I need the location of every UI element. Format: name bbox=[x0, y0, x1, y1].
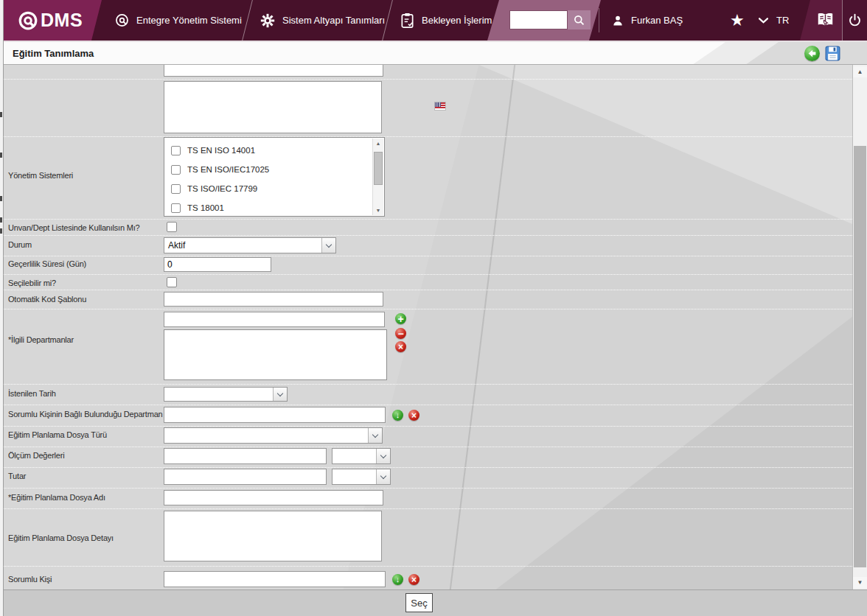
sorumlu-departman-input[interactable] bbox=[164, 407, 386, 423]
pick-icon[interactable]: ↓ bbox=[392, 410, 403, 421]
row-separator bbox=[4, 508, 852, 509]
scroll-down-icon[interactable]: ▼ bbox=[373, 206, 383, 215]
row-separator bbox=[4, 309, 852, 309]
secilebilir-checkbox[interactable] bbox=[167, 277, 177, 287]
checkbox[interactable] bbox=[171, 203, 181, 213]
back-arrow-icon bbox=[807, 49, 817, 58]
clipped-text-fragment bbox=[0, 228, 2, 234]
vertical-scrollbar[interactable]: ▲ ▼ bbox=[852, 65, 867, 589]
clear-icon[interactable]: × bbox=[408, 410, 419, 421]
code-input[interactable] bbox=[164, 65, 383, 77]
menu-item-label: Bekleyen İşlerim bbox=[422, 15, 492, 26]
pick-icon[interactable]: ↓ bbox=[392, 574, 403, 585]
listbox-option[interactable]: TS EN ISO/IEC17025 bbox=[187, 165, 269, 174]
remove-icon[interactable]: − bbox=[395, 328, 406, 339]
description-textarea[interactable] bbox=[164, 81, 382, 133]
save-button[interactable] bbox=[825, 46, 840, 61]
chevron-down-icon bbox=[759, 18, 768, 24]
user-name: Furkan BAŞ bbox=[631, 15, 683, 26]
logout-button[interactable] bbox=[842, 0, 867, 41]
row-separator bbox=[4, 384, 852, 385]
select-button[interactable]: Seç bbox=[405, 593, 433, 612]
dropdown-arrow-icon[interactable] bbox=[321, 238, 335, 253]
dosya-detayi-textarea[interactable] bbox=[164, 511, 382, 561]
language-selector[interactable]: TR bbox=[759, 0, 789, 41]
listbox-option[interactable]: TS EN ISO 14001 bbox=[187, 146, 255, 155]
row-separator bbox=[4, 405, 852, 405]
checkbox[interactable] bbox=[171, 184, 181, 194]
otomatik-kod-input[interactable] bbox=[164, 292, 383, 307]
checkbox[interactable] bbox=[171, 146, 181, 155]
qdms-circle-icon bbox=[114, 13, 130, 28]
menu-item-label: Entegre Yönetim Sistemi bbox=[136, 15, 242, 26]
management-systems-listbox[interactable]: TS EN ISO 14001 TS EN ISO/IEC17025 TS IS… bbox=[164, 137, 385, 217]
row-separator bbox=[4, 290, 852, 290]
istenilen-tarih-select[interactable] bbox=[164, 387, 288, 402]
menu-item-entegre-yonetim-sistemi[interactable]: Entegre Yönetim Sistemi bbox=[114, 0, 242, 41]
window-edge bbox=[0, 0, 4, 616]
search-button[interactable] bbox=[568, 10, 591, 29]
listbox-scrollbar[interactable]: ▲ ▼ bbox=[372, 139, 383, 215]
row-separator bbox=[4, 274, 852, 275]
dropdown-arrow-icon[interactable] bbox=[376, 449, 390, 463]
global-search-input[interactable] bbox=[509, 10, 568, 29]
scroll-up-icon[interactable]: ▲ bbox=[373, 139, 383, 148]
clipped-text-fragment bbox=[0, 196, 2, 201]
field-label-dosya-adi: *Eğitim Planlama Dosya Adı bbox=[8, 493, 105, 502]
user-menu[interactable]: Furkan BAŞ bbox=[611, 0, 683, 41]
menu-item-sistem-altyapi-tanimlari[interactable]: Sistem Altyapı Tanımları bbox=[260, 0, 385, 41]
dropdown-arrow-icon[interactable] bbox=[273, 388, 287, 401]
qdms-logo[interactable]: DMS bbox=[4, 0, 102, 41]
menu-item-label: Sistem Altyapı Tanımları bbox=[282, 15, 385, 26]
dropdown-arrow-icon[interactable] bbox=[376, 469, 390, 484]
tutar-input[interactable] bbox=[164, 469, 327, 485]
favorites-star-icon[interactable]: ★ bbox=[730, 0, 745, 41]
back-button[interactable] bbox=[804, 46, 820, 61]
scroll-up-icon[interactable]: ▲ bbox=[853, 66, 867, 77]
row-separator bbox=[4, 447, 852, 447]
search-icon bbox=[573, 14, 585, 27]
listbox-option[interactable]: TS 18001 bbox=[187, 203, 224, 212]
field-label-otomatik-kod: Otomatik Kod Şablonu bbox=[8, 295, 86, 304]
menu-item-bekleyen-islerim[interactable]: Bekleyen İşlerim bbox=[400, 0, 492, 41]
help-button[interactable] bbox=[800, 0, 842, 41]
manual-book-icon bbox=[815, 10, 836, 31]
listbox-option[interactable]: TS ISO/IEC 17799 bbox=[187, 184, 257, 193]
form-area: Yönetim Sistemleri TS EN ISO 14001 TS EN… bbox=[4, 65, 852, 589]
top-navigation-bar: DMS Entegre Yönetim Sistemi bbox=[4, 0, 867, 41]
field-label-sorumlu-departman: Sorumlu Kişinin Bağlı Bulunduğu Departma… bbox=[8, 410, 162, 419]
clipped-text-fragment bbox=[0, 153, 2, 158]
dropdown-arrow-icon[interactable] bbox=[368, 428, 382, 443]
selected-value: Aktif bbox=[164, 240, 321, 251]
scrollbar-thumb[interactable] bbox=[854, 146, 866, 567]
clear-icon[interactable]: × bbox=[408, 574, 419, 585]
scrollbar-thumb[interactable] bbox=[374, 152, 383, 185]
row-separator bbox=[4, 426, 852, 427]
clear-icon[interactable]: × bbox=[395, 341, 406, 352]
olcum-degerleri-input[interactable] bbox=[164, 448, 327, 464]
olcum-birim-select[interactable] bbox=[332, 448, 391, 464]
durum-select[interactable]: Aktif bbox=[164, 237, 336, 253]
add-icon[interactable]: + bbox=[395, 313, 406, 324]
power-icon bbox=[847, 13, 863, 28]
field-label-sorumlu-kisi: Sorumlu Kişi bbox=[8, 575, 52, 584]
us-flag-language-icon[interactable] bbox=[434, 102, 446, 111]
logo-text: DMS bbox=[41, 10, 83, 31]
ilgili-departmanlar-input[interactable] bbox=[164, 312, 385, 327]
checkbox[interactable] bbox=[171, 165, 181, 175]
clipped-text-fragment bbox=[0, 217, 2, 223]
field-label-dosya-turu: Eğitim Planlama Dosya Türü bbox=[8, 430, 107, 439]
dosya-turu-select[interactable] bbox=[164, 427, 383, 444]
unvan-dept-checkbox[interactable] bbox=[167, 222, 177, 232]
ilgili-departmanlar-listbox[interactable] bbox=[164, 329, 387, 380]
scroll-down-icon[interactable]: ▼ bbox=[853, 577, 867, 588]
dosya-adi-input[interactable] bbox=[164, 490, 383, 505]
gear-icon bbox=[260, 13, 276, 29]
gecerlilik-suresi-input[interactable] bbox=[164, 257, 271, 272]
row-separator bbox=[4, 566, 852, 567]
field-label-istenilen-tarih: İstenilen Tarih bbox=[8, 389, 56, 398]
sorumlu-kisi-input[interactable] bbox=[164, 571, 386, 587]
row-separator bbox=[4, 467, 852, 468]
tutar-birim-select[interactable] bbox=[332, 469, 391, 485]
field-label-tutar: Tutar bbox=[8, 472, 26, 480]
